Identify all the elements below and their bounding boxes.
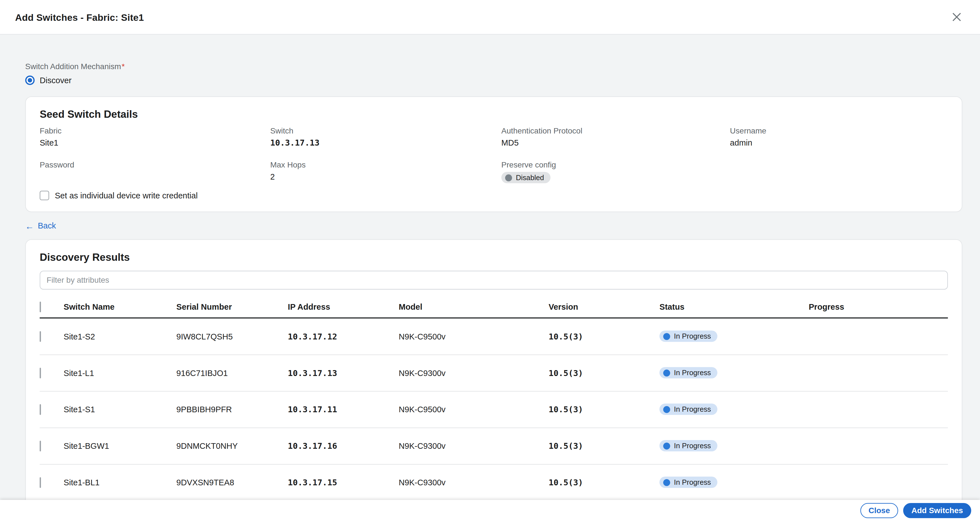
discover-radio-label: Discover [40, 76, 72, 85]
switch-field: Switch 10.3.17.13 [270, 127, 501, 148]
cell-switch-name: Site1-S1 [64, 404, 176, 414]
results-table-body: Site1-S2 9IW8CL7QSH5 10.3.17.12 N9K-C950… [40, 318, 948, 501]
write-credential-label: Set as individual device write credentia… [55, 191, 197, 200]
seed-switch-details-card: Seed Switch Details Fabric Site1 Switch … [25, 96, 963, 212]
status-badge: In Progress [660, 403, 718, 415]
auth-protocol-label: Authentication Protocol [501, 127, 730, 135]
seed-field-grid: Fabric Site1 Switch 10.3.17.13 Authentic… [40, 127, 948, 183]
cell-ip-address: 10.3.17.12 [288, 332, 399, 341]
add-switches-button[interactable]: Add Switches [903, 503, 971, 518]
auth-protocol-field: Authentication Protocol MD5 [501, 127, 730, 148]
row-checkbox[interactable] [40, 440, 41, 451]
max-hops-label: Max Hops [270, 160, 501, 169]
write-credential-row: Set as individual device write credentia… [40, 191, 948, 200]
row-checkbox[interactable] [40, 367, 41, 378]
dialog-footer: Close Add Switches [0, 500, 980, 521]
row-checkbox[interactable] [40, 477, 41, 488]
fabric-value: Site1 [40, 138, 270, 148]
status-dot-icon [663, 406, 670, 413]
results-table: Switch Name Serial Number IP Address Mod… [40, 297, 948, 501]
table-row[interactable]: Site1-S2 9IW8CL7QSH5 10.3.17.12 N9K-C950… [40, 318, 948, 355]
cell-model: N9K-C9300v [399, 441, 549, 451]
row-checkbox[interactable] [40, 331, 41, 342]
max-hops-field: Max Hops 2 [270, 160, 501, 183]
username-value: admin [730, 138, 948, 148]
dialog-title: Add Switches - Fabric: Site1 [15, 11, 144, 22]
password-label: Password [40, 160, 270, 169]
filter-input[interactable] [40, 270, 948, 289]
cell-version: 10.5(3) [549, 404, 659, 414]
status-badge: In Progress [660, 477, 718, 488]
cell-serial-number: 916C71IBJO1 [176, 368, 288, 378]
switch-addition-mechanism-label: Switch Addition Mechanism* [25, 62, 963, 71]
column-model[interactable]: Model [399, 302, 549, 311]
status-dot-icon [663, 333, 670, 340]
cell-ip-address: 10.3.17.11 [288, 404, 399, 414]
preserve-config-field: Preserve config Disabled [501, 160, 730, 183]
dialog-header: Add Switches - Fabric: Site1 [0, 0, 980, 35]
cell-switch-name: Site1-BL1 [64, 477, 176, 487]
username-field: Username admin [730, 127, 948, 148]
radio-dot [28, 78, 32, 83]
cell-serial-number: 9DNMCKT0NHY [176, 441, 288, 451]
table-row[interactable]: Site1-BGW1 9DNMCKT0NHY 10.3.17.16 N9K-C9… [40, 428, 948, 464]
preserve-config-disabled-badge[interactable]: Disabled [501, 172, 550, 183]
discovery-results-title: Discovery Results [40, 251, 948, 263]
column-status[interactable]: Status [660, 302, 809, 311]
status-badge: In Progress [660, 367, 718, 378]
status-badge: In Progress [660, 440, 718, 451]
select-all-checkbox[interactable] [40, 302, 41, 312]
cell-serial-number: 9IW8CL7QSH5 [176, 332, 288, 341]
cell-switch-name: Site1-L1 [64, 368, 176, 378]
table-row[interactable]: Site1-S1 9PBBIBH9PFR 10.3.17.11 N9K-C950… [40, 391, 948, 428]
status-dot-icon [663, 442, 670, 450]
fabric-label: Fabric [40, 127, 270, 135]
cell-model: N9K-C9500v [399, 404, 549, 414]
discover-radio-row: Discover [25, 76, 963, 85]
row-checkbox[interactable] [40, 404, 41, 415]
cell-switch-name: Site1-BGW1 [64, 441, 176, 451]
preserve-config-label: Preserve config [501, 160, 730, 169]
results-table-header: Switch Name Serial Number IP Address Mod… [40, 297, 948, 318]
cell-serial-number: 9DVXSN9TEA8 [176, 477, 288, 487]
username-label: Username [730, 127, 948, 135]
cell-version: 10.5(3) [549, 368, 659, 378]
preserve-config-value: Disabled [516, 174, 544, 181]
table-row[interactable]: Site1-L1 916C71IBJO1 10.3.17.13 N9K-C930… [40, 355, 948, 391]
required-asterisk: * [122, 62, 125, 71]
arrow-left-icon: ← [25, 221, 34, 230]
column-switch-name[interactable]: Switch Name [64, 302, 176, 311]
switch-value: 10.3.17.13 [270, 138, 501, 148]
write-credential-checkbox[interactable] [40, 191, 49, 200]
fabric-field: Fabric Site1 [40, 127, 270, 148]
column-version[interactable]: Version [549, 302, 659, 311]
toggle-dot-icon [505, 174, 512, 181]
cell-version: 10.5(3) [549, 477, 659, 487]
column-serial-number[interactable]: Serial Number [176, 302, 288, 311]
status-dot-icon [663, 369, 670, 376]
table-row[interactable]: Site1-BL1 9DVXSN9TEA8 10.3.17.15 N9K-C93… [40, 464, 948, 501]
cell-version: 10.5(3) [549, 332, 659, 341]
status-badge: In Progress [660, 330, 718, 342]
auth-protocol-value: MD5 [501, 138, 730, 148]
cell-serial-number: 9PBBIBH9PFR [176, 404, 288, 414]
password-value [40, 172, 270, 182]
status-label: In Progress [674, 332, 711, 340]
status-label: In Progress [674, 405, 711, 413]
status-dot-icon [663, 479, 670, 486]
close-button[interactable]: Close [860, 503, 898, 518]
status-label: In Progress [674, 369, 711, 376]
password-field: Password [40, 160, 270, 183]
column-progress[interactable]: Progress [809, 302, 948, 311]
cell-model: N9K-C9500v [399, 332, 549, 341]
back-link[interactable]: ← Back [25, 221, 56, 230]
discover-radio[interactable] [25, 76, 35, 85]
seed-card-title: Seed Switch Details [40, 108, 948, 120]
cell-ip-address: 10.3.17.13 [288, 368, 399, 378]
cell-ip-address: 10.3.17.16 [288, 441, 399, 451]
column-ip-address[interactable]: IP Address [288, 302, 399, 311]
status-label: In Progress [674, 478, 711, 486]
close-icon[interactable] [948, 9, 965, 25]
back-link-label: Back [38, 221, 56, 230]
max-hops-value: 2 [270, 172, 501, 182]
